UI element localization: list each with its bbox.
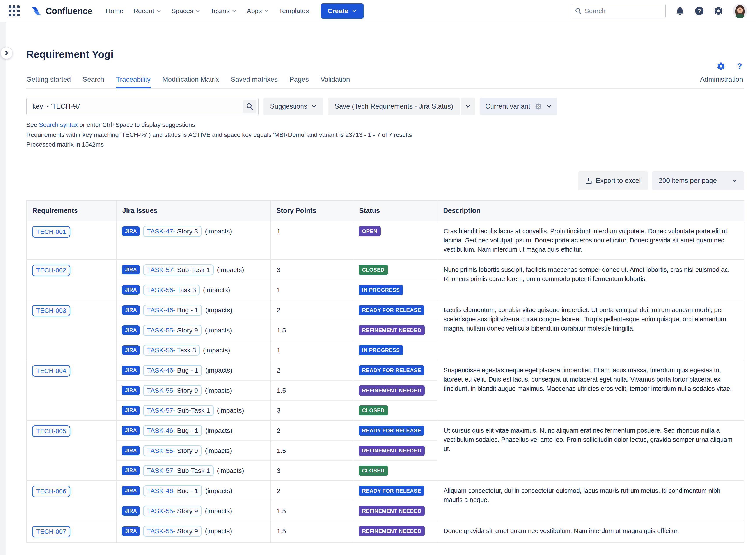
nav-item-teams[interactable]: Teams	[210, 7, 237, 15]
items-per-page-select[interactable]: 200 items per page	[652, 171, 744, 190]
issue-link[interactable]: TASK-55-	[147, 387, 175, 394]
settings-gear-icon[interactable]	[714, 6, 724, 16]
status-cell: READY FOR RELEASEREFINEMENT NEEDEDCLOSED	[353, 360, 437, 420]
expand-sidebar-button[interactable]	[0, 47, 13, 59]
search-input[interactable]	[571, 3, 666, 18]
issue-pill[interactable]: TASK-46- Bug - 1	[143, 365, 202, 376]
impacts-label: (impacts)	[217, 407, 244, 414]
export-to-excel-button[interactable]: Export to excel	[578, 171, 648, 190]
svg-text:?: ?	[737, 62, 742, 71]
nav-item-recent[interactable]: Recent	[133, 7, 161, 15]
issue-link[interactable]: TASK-56-	[147, 286, 175, 294]
app-switcher-icon[interactable]	[8, 5, 20, 17]
jira-badge: JIRA	[122, 285, 140, 295]
jira-badge: JIRA	[122, 265, 140, 274]
clear-variant-icon[interactable]	[535, 103, 542, 110]
requirement-pill[interactable]: TECH-006	[32, 485, 70, 497]
nav-item-home[interactable]: Home	[106, 7, 123, 15]
requirements-cell: TECH-004	[27, 360, 116, 420]
issue-link[interactable]: TASK-55-	[147, 327, 175, 334]
chevron-down-icon	[156, 8, 161, 13]
app-help-icon[interactable]: ?	[735, 62, 744, 71]
create-button[interactable]: Create	[321, 3, 363, 18]
requirement-pill[interactable]: TECH-003	[32, 305, 70, 316]
issue-link[interactable]: TASK-55-	[147, 447, 175, 455]
issue-pill[interactable]: TASK-46- Bug - 1	[143, 425, 202, 436]
notifications-icon[interactable]	[675, 6, 685, 16]
save-options-button[interactable]	[461, 98, 475, 115]
issue-pill[interactable]: TASK-46- Bug - 1	[143, 305, 202, 315]
issue-pill[interactable]: TASK-55- Story 9	[143, 385, 202, 396]
requirement-pill[interactable]: TECH-004	[32, 365, 70, 377]
issue-pill[interactable]: TASK-57- Sub-Task 1	[143, 405, 214, 416]
story-points-value: 2	[271, 360, 353, 380]
issue-link[interactable]: TASK-57-	[147, 467, 175, 474]
issue-link[interactable]: TASK-56-	[147, 346, 175, 354]
issue-subrow: JIRATASK-55- Story 9(impacts)	[117, 440, 270, 460]
issue-pill[interactable]: TASK-55- Story 9	[143, 506, 202, 516]
nav-item-templates[interactable]: Templates	[279, 7, 309, 15]
run-search-button[interactable]	[243, 100, 256, 113]
nav-item-apps[interactable]: Apps	[247, 7, 269, 15]
issue-summary: Story 9	[175, 387, 198, 394]
requirement-pill[interactable]: TECH-002	[32, 265, 70, 276]
jira-issues-cell: JIRATASK-55- Story 9(impacts)	[116, 521, 270, 542]
administration-link[interactable]: Administration	[700, 76, 743, 88]
issue-link[interactable]: TASK-46-	[147, 367, 175, 374]
search-syntax-link[interactable]: Search syntax	[39, 121, 78, 128]
status-subrow: REFINEMENT NEEDED	[353, 501, 437, 521]
issue-link[interactable]: TASK-57-	[147, 407, 175, 414]
brand-name: Confluence	[46, 6, 92, 16]
status-badge: REFINEMENT NEEDED	[359, 526, 425, 536]
tab-bar: Getting started Search Traceability Modi…	[26, 76, 744, 89]
status-badge: READY FOR RELEASE	[359, 305, 424, 315]
confluence-logo[interactable]: Confluence	[30, 5, 92, 17]
tab-pages[interactable]: Pages	[289, 76, 309, 88]
issue-link[interactable]: TASK-57-	[147, 266, 175, 273]
tab-saved-matrixes[interactable]: Saved matrixes	[231, 76, 278, 88]
requirement-pill[interactable]: TECH-007	[32, 526, 70, 538]
issue-link[interactable]: TASK-47-	[147, 227, 175, 235]
suggestions-button[interactable]: Suggestions	[264, 98, 323, 115]
save-button[interactable]: Save (Tech Requirements - Jira Status)	[328, 98, 460, 115]
tab-validation[interactable]: Validation	[321, 76, 350, 88]
variant-selector[interactable]: Current variant	[480, 98, 557, 115]
tab-search[interactable]: Search	[83, 76, 104, 88]
issue-summary: Bug - 1	[175, 487, 198, 495]
issue-link[interactable]: TASK-55-	[147, 527, 175, 535]
issue-pill[interactable]: TASK-46- Bug - 1	[143, 485, 202, 496]
issue-pill[interactable]: TASK-56- Task 3	[143, 345, 200, 356]
issue-pill[interactable]: TASK-57- Sub-Task 1	[143, 264, 214, 275]
issue-pill[interactable]: TASK-55- Story 9	[143, 325, 202, 336]
impacts-label: (impacts)	[217, 467, 244, 474]
search-icon	[574, 7, 582, 15]
requirement-pill[interactable]: TECH-001	[32, 226, 70, 238]
issue-link[interactable]: TASK-46-	[147, 427, 175, 434]
help-icon[interactable]	[694, 6, 704, 16]
tab-getting-started[interactable]: Getting started	[26, 76, 71, 88]
tab-modification-matrix[interactable]: Modification Matrix	[162, 76, 219, 88]
avatar[interactable]	[733, 4, 747, 18]
table-header-row: Requirements Jira issues Story Points St…	[27, 201, 744, 221]
issue-link[interactable]: TASK-46-	[147, 487, 175, 495]
issue-pill[interactable]: TASK-56- Task 3	[143, 285, 200, 295]
impacts-label: (impacts)	[205, 306, 232, 314]
chevron-down-icon	[352, 8, 357, 13]
story-points-cell: 31	[270, 260, 353, 300]
jira-badge: JIRA	[122, 405, 140, 415]
story-points-value: 1	[271, 221, 353, 241]
issue-pill[interactable]: TASK-55- Story 9	[143, 526, 202, 537]
requirement-pill[interactable]: TECH-005	[32, 425, 70, 437]
issue-pill[interactable]: TASK-55- Story 9	[143, 445, 202, 456]
status-cell: REFINEMENT NEEDED	[353, 521, 437, 542]
tab-traceability[interactable]: Traceability	[116, 76, 151, 88]
issue-link[interactable]: TASK-55-	[147, 507, 175, 515]
requirements-cell: TECH-005	[27, 421, 116, 480]
nav-item-spaces[interactable]: Spaces	[171, 7, 200, 15]
app-settings-gear-icon[interactable]	[716, 62, 725, 71]
issue-pill[interactable]: TASK-47- Story 3	[143, 226, 202, 237]
impacts-label: (impacts)	[203, 286, 230, 294]
issue-link[interactable]: TASK-46-	[147, 306, 175, 314]
query-input[interactable]	[26, 98, 258, 115]
issue-pill[interactable]: TASK-57- Sub-Task 1	[143, 465, 214, 476]
